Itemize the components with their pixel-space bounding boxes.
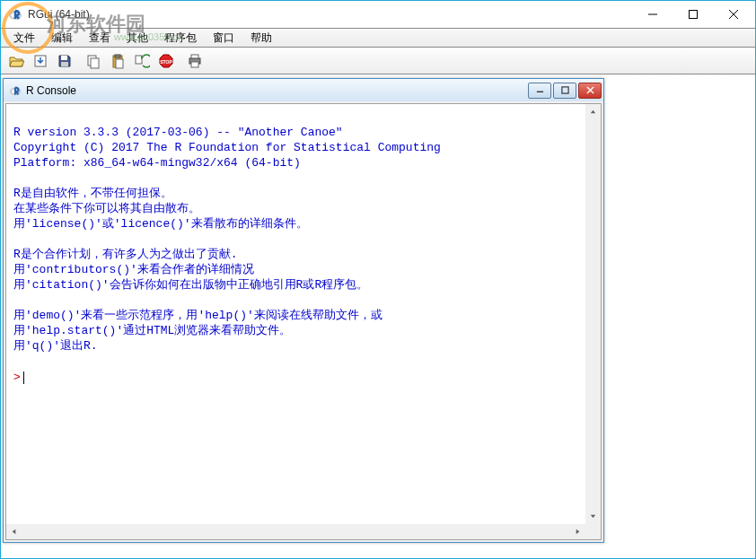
console-body: R version 3.3.3 (2017-03-06) -- "Another… — [5, 103, 602, 540]
console-prompt: > — [13, 370, 23, 383]
console-title-text: R Console — [26, 84, 76, 97]
close-button[interactable] — [713, 2, 753, 28]
menubar: 文件 编辑 查看 其他 程序包 窗口 帮助 — [1, 28, 755, 48]
menu-packages[interactable]: 程序包 — [157, 29, 204, 48]
open-script-button[interactable] — [4, 50, 28, 72]
load-workspace-button[interactable] — [29, 50, 52, 72]
scroll-down-button[interactable] — [585, 509, 601, 524]
svg-rect-7 — [61, 56, 67, 60]
menu-windows[interactable]: 窗口 — [206, 29, 242, 48]
paste-button[interactable] — [106, 50, 129, 72]
svg-rect-8 — [61, 62, 68, 66]
svg-text:STOP: STOP — [160, 59, 172, 65]
svg-rect-3 — [689, 11, 697, 19]
scroll-track[interactable] — [22, 524, 570, 539]
console-horizontal-scrollbar[interactable] — [6, 524, 585, 539]
toolbar: STOP — [1, 48, 755, 74]
r-app-icon — [8, 7, 22, 22]
scroll-left-button[interactable] — [6, 524, 22, 539]
scroll-right-button[interactable] — [570, 524, 585, 539]
rgui-main-window: RGui (64-bit) 文件 编辑 查看 其他 程序包 窗口 帮助 STOP — [0, 0, 756, 559]
scroll-corner — [585, 524, 601, 539]
r-console-window: R Console R version 3.3.3 (2017-03-06) -… — [3, 78, 604, 543]
menu-misc[interactable]: 其他 — [119, 29, 155, 48]
copy-button[interactable] — [82, 50, 105, 72]
svg-rect-10 — [91, 58, 99, 68]
main-window-controls — [632, 2, 753, 28]
save-workspace-button[interactable] — [53, 50, 76, 72]
mdi-client-area[interactable]: R Console R version 3.3.3 (2017-03-06) -… — [1, 74, 755, 558]
main-title-text: RGui (64-bit) — [28, 8, 90, 21]
menu-edit[interactable]: 编辑 — [44, 29, 80, 48]
text-cursor — [23, 371, 24, 384]
menu-file[interactable]: 文件 — [6, 29, 42, 48]
svg-rect-18 — [191, 62, 198, 67]
svg-rect-13 — [116, 59, 123, 68]
scroll-track[interactable] — [585, 119, 601, 509]
console-minimize-button[interactable] — [528, 83, 551, 99]
console-maximize-button[interactable] — [553, 83, 576, 99]
svg-rect-22 — [561, 87, 567, 93]
stop-button[interactable]: STOP — [154, 50, 178, 72]
title-left: RGui (64-bit) — [8, 7, 90, 22]
console-title-left: R Console — [9, 84, 76, 97]
menu-help[interactable]: 帮助 — [243, 29, 279, 48]
maximize-button[interactable] — [672, 2, 713, 28]
console-vertical-scrollbar[interactable] — [585, 104, 601, 524]
menu-view[interactable]: 查看 — [82, 29, 118, 48]
copy-paste-button[interactable] — [130, 50, 154, 72]
r-console-icon — [9, 84, 22, 97]
console-window-controls — [528, 83, 602, 99]
svg-rect-14 — [136, 56, 142, 64]
svg-rect-12 — [115, 55, 120, 57]
console-close-button[interactable] — [578, 83, 602, 99]
console-output[interactable]: R version 3.3.3 (2017-03-06) -- "Another… — [6, 104, 601, 539]
minimize-button[interactable] — [632, 2, 672, 28]
print-button[interactable] — [183, 50, 207, 72]
console-titlebar[interactable]: R Console — [4, 79, 603, 101]
main-titlebar[interactable]: RGui (64-bit) — [1, 1, 755, 28]
scroll-up-button[interactable] — [585, 104, 601, 119]
